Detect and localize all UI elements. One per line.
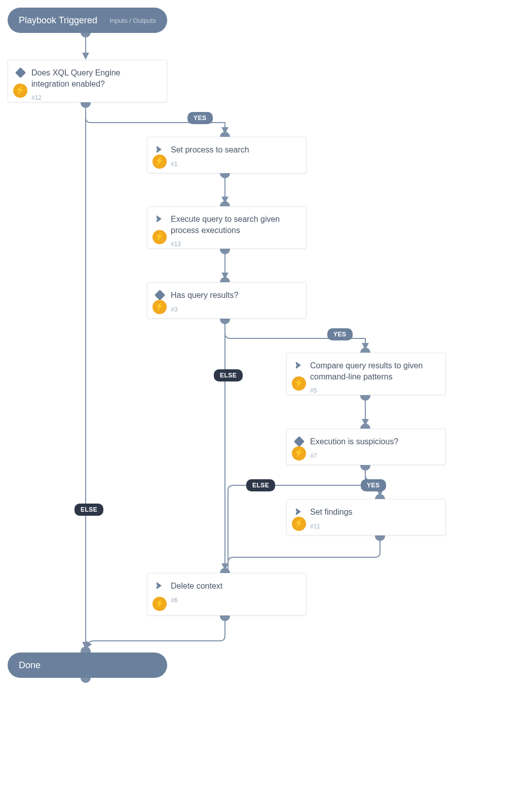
node-title: Compare query results to given command-l… — [310, 360, 437, 382]
inputs-outputs-link[interactable]: Inputs / Outputs — [109, 17, 156, 24]
playbook-end-node[interactable]: Done — [8, 653, 167, 678]
node-condition-has-results[interactable]: ⚡ Has query results? #3 — [147, 282, 307, 319]
branch-label-else: ELSE — [74, 504, 103, 516]
branch-label-yes: YES — [327, 328, 353, 340]
node-title: Delete context — [171, 581, 298, 592]
chevron-icon — [155, 214, 166, 225]
lightning-icon: ⚡ — [13, 84, 27, 98]
flow-connectors — [0, 0, 532, 805]
node-task-id: #11 — [310, 523, 437, 530]
lightning-icon: ⚡ — [153, 230, 167, 244]
node-task-id: #1 — [171, 161, 298, 168]
lightning-icon: ⚡ — [153, 155, 167, 169]
node-task-set-process[interactable]: ⚡ Set process to search #1 — [147, 137, 307, 173]
lightning-icon: ⚡ — [153, 300, 167, 314]
node-task-id: #6 — [171, 597, 298, 604]
node-condition-xql-enabled[interactable]: ⚡ Does XQL Query Engine integration enab… — [8, 60, 167, 102]
playbook-start-node[interactable]: Playbook Triggered Inputs / Outputs — [8, 8, 167, 33]
node-title: Set process to search — [171, 144, 298, 156]
node-condition-suspicious[interactable]: ⚡ Execution is suspicious? #7 — [286, 429, 446, 465]
node-title: Does XQL Query Engine integration enable… — [31, 67, 159, 89]
node-task-set-findings[interactable]: ⚡ Set findings #11 — [286, 499, 446, 535]
end-node-title: Done — [19, 660, 41, 671]
lightning-icon: ⚡ — [292, 446, 306, 461]
chevron-icon — [155, 581, 166, 592]
node-task-id: #3 — [171, 306, 298, 313]
lightning-icon: ⚡ — [292, 376, 306, 391]
lightning-icon: ⚡ — [292, 517, 306, 531]
node-task-execute-query[interactable]: ⚡ Execute query to search given process … — [147, 206, 307, 249]
node-task-id: #7 — [310, 452, 437, 459]
branch-label-else: ELSE — [214, 369, 243, 381]
node-task-delete-context[interactable]: ⚡ Delete context #6 — [147, 573, 307, 616]
node-title: Has query results? — [171, 290, 298, 301]
node-task-compare-results[interactable]: ⚡ Compare query results to given command… — [286, 353, 446, 395]
diamond-icon — [294, 436, 305, 447]
playbook-flowchart: Playbook Triggered Inputs / Outputs ⚡ Do… — [0, 0, 532, 805]
branch-label-yes: YES — [361, 479, 386, 491]
chevron-icon — [155, 144, 166, 156]
node-title: Set findings — [310, 507, 437, 518]
node-title: Execute query to search given process ex… — [171, 214, 298, 236]
diamond-icon — [155, 290, 166, 301]
node-task-id: #13 — [171, 241, 298, 248]
node-title: Execution is suspicious? — [310, 436, 437, 447]
chevron-icon — [294, 507, 305, 518]
lightning-icon: ⚡ — [153, 597, 167, 611]
node-task-id: #5 — [310, 387, 437, 394]
start-node-title: Playbook Triggered — [19, 15, 97, 26]
branch-label-yes: YES — [187, 112, 213, 124]
branch-label-else: ELSE — [246, 479, 275, 491]
node-task-id: #12 — [31, 94, 159, 101]
chevron-icon — [294, 360, 305, 371]
diamond-icon — [15, 67, 26, 79]
